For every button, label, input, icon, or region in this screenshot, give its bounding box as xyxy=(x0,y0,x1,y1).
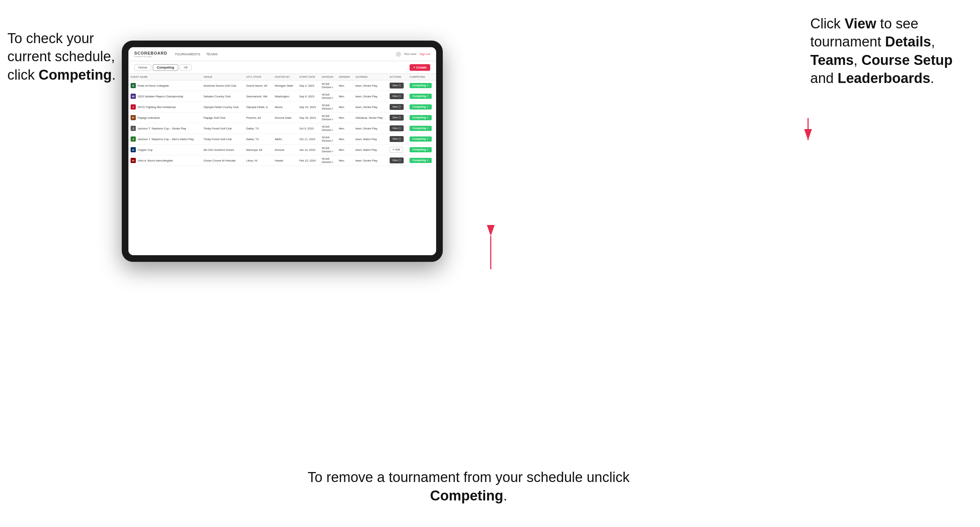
td-scoring: team, Match Play xyxy=(353,144,387,155)
td-venue: Ak-Chin Southern Dunes xyxy=(201,144,244,155)
td-scoring: team, Stroke Play xyxy=(353,91,387,102)
td-city: Phoenix, AZ xyxy=(244,113,273,123)
td-hosted xyxy=(273,123,297,134)
event-name-text: Jackson T. Stephens Cup – Men's Match Pl… xyxy=(138,138,194,141)
td-event-name: ACopper Cup xyxy=(129,144,201,155)
td-competing: Competing ✓ xyxy=(407,102,436,113)
nav-link-tournaments[interactable]: TOURNAMENTS xyxy=(175,51,200,57)
view-button[interactable]: View ⓘ xyxy=(390,115,404,121)
td-gender: Men xyxy=(337,91,353,102)
td-date: Sep 9, 2023 xyxy=(297,91,320,102)
td-competing: Competing ✓ xyxy=(407,113,436,123)
td-date: Sep 18, 2023 xyxy=(297,113,320,123)
view-button[interactable]: View ⓘ xyxy=(390,125,404,131)
td-venue: Trinity Forest Golf Club xyxy=(201,123,244,134)
annotation-leaderboards-bold: Leaderboards xyxy=(838,70,930,86)
td-city: Dallas, TX xyxy=(244,123,273,134)
th-division: DIVISION xyxy=(320,74,337,80)
view-button[interactable]: View ⓘ xyxy=(390,157,404,163)
td-competing: Competing ✓ xyxy=(407,155,436,166)
edit-button[interactable]: ✏ Edit xyxy=(390,147,403,153)
nav-signout[interactable]: Sign out xyxy=(420,52,430,56)
th-city-state: CITY, STATE xyxy=(244,74,273,80)
nav-link-teams[interactable]: TEAMS xyxy=(206,51,218,57)
td-scoring: team, Stroke Play xyxy=(353,80,387,91)
td-hosted: Hawaii xyxy=(273,155,297,166)
td-actions: View ⓘ xyxy=(387,155,407,166)
competing-button[interactable]: Competing ✓ xyxy=(410,137,432,141)
table-row: IOFCC Fighting Illini InvitationalOlympi… xyxy=(129,102,436,113)
th-gender: GENDER xyxy=(337,74,353,80)
filter-home-btn[interactable]: Home xyxy=(134,64,151,71)
td-venue: Sahalee Country Club xyxy=(201,91,244,102)
table-row: JJackson T. Stephens Cup – Stroke PlayTr… xyxy=(129,123,436,134)
td-city: Dallas, TX xyxy=(244,134,273,144)
view-button[interactable]: View ⓘ xyxy=(390,83,404,89)
td-event-name: SFolds of Honor Collegiate xyxy=(129,80,201,91)
view-button[interactable]: View ⓘ xyxy=(390,93,404,99)
td-scoring: team, Stroke Play xyxy=(353,155,387,166)
td-gender: Men xyxy=(337,102,353,113)
td-actions: View ⓘ xyxy=(387,113,407,123)
td-venue: American Dunes Golf Club xyxy=(201,80,244,91)
td-competing: Competing ✓ xyxy=(407,91,436,102)
td-division: NCAADivision I xyxy=(320,102,337,113)
competing-button[interactable]: Competing ✓ xyxy=(410,158,432,163)
td-actions: View ⓘ xyxy=(387,134,407,144)
th-scoring: SCORING xyxy=(353,74,387,80)
td-venue: Papago Golf Club xyxy=(201,113,244,123)
td-division: NCAADivision I xyxy=(320,144,337,155)
td-division: NCAADivision I xyxy=(320,91,337,102)
td-venue: Olympia Fields Country Club xyxy=(201,102,244,113)
annotation-course-bold: Course Setup xyxy=(862,52,953,68)
annotation-bottom: To remove a tournament from your schedul… xyxy=(302,468,635,505)
td-event-name: HJohn A. Burns Intercollegiate xyxy=(129,155,201,166)
td-scoring: team, Stroke Play xyxy=(353,102,387,113)
competing-button[interactable]: Competing ✓ xyxy=(410,147,432,152)
logo-title: SCOREBOARD xyxy=(134,51,167,55)
td-division: NCAADivision I xyxy=(320,80,337,91)
table-row: HJohn A. Burns IntercollegiateOcean Cour… xyxy=(129,155,436,166)
competing-button[interactable]: Competing ✓ xyxy=(410,126,432,131)
th-start-date: START DATE xyxy=(297,74,320,80)
competing-button[interactable]: Competing ✓ xyxy=(410,115,432,120)
competing-button[interactable]: Competing ✓ xyxy=(410,94,432,99)
view-button[interactable]: View ⓘ xyxy=(390,136,404,142)
td-city: Lihue, HI xyxy=(244,155,273,166)
td-division: NCAADivision I xyxy=(320,134,337,144)
filter-all-btn[interactable]: All xyxy=(180,64,191,71)
td-event-name: PPapago Individual xyxy=(129,113,201,123)
td-venue: Trinity Forest Golf Club xyxy=(201,134,244,144)
td-city: Sammamish, WA xyxy=(244,91,273,102)
logo-sub: Powered by clippi xyxy=(134,55,167,57)
td-gender: Men xyxy=(337,113,353,123)
nav-bar: SCOREBOARD Powered by clippi TOURNAMENTS… xyxy=(129,47,436,61)
td-city: Maricopa, AZ xyxy=(244,144,273,155)
tournaments-table: EVENT NAME VENUE CITY, STATE HOSTED BY S… xyxy=(129,74,436,166)
annotation-top-left: To check your current schedule, click Co… xyxy=(7,30,140,84)
td-competing: Competing ✓ xyxy=(407,144,436,155)
annotation-details-bold: Details xyxy=(885,34,931,49)
td-actions: View ⓘ xyxy=(387,123,407,134)
td-venue: Ocean Course At Hokuala xyxy=(201,155,244,166)
td-date: Oct 11, 2023 xyxy=(297,134,320,144)
event-name-text: Papago Individual xyxy=(138,116,160,119)
annotation-view-bold: View xyxy=(845,16,876,31)
team-logo: J xyxy=(130,126,136,131)
th-event-name: EVENT NAME xyxy=(129,74,201,80)
nav-right: Test User Sign out xyxy=(396,52,430,57)
create-btn[interactable]: + Create xyxy=(410,64,430,71)
td-event-name: IOFCC Fighting Illini Invitational xyxy=(129,102,201,113)
event-name-text: OFCC Fighting Illini Invitational xyxy=(138,105,176,109)
td-gender: Men xyxy=(337,155,353,166)
view-button[interactable]: View ⓘ xyxy=(390,104,404,110)
td-competing: Competing ✓ xyxy=(407,123,436,134)
td-scoring: team, Stroke Play xyxy=(353,123,387,134)
event-name-text: Folds of Honor Collegiate xyxy=(138,84,169,87)
competing-button[interactable]: Competing ✓ xyxy=(410,83,432,88)
filter-competing-btn[interactable]: Competing xyxy=(153,64,178,71)
td-scoring: team, Match Play xyxy=(353,134,387,144)
td-date: Jan 14, 2024 xyxy=(297,144,320,155)
competing-button[interactable]: Competing ✓ xyxy=(410,104,432,110)
td-hosted: ABAC xyxy=(273,134,297,144)
